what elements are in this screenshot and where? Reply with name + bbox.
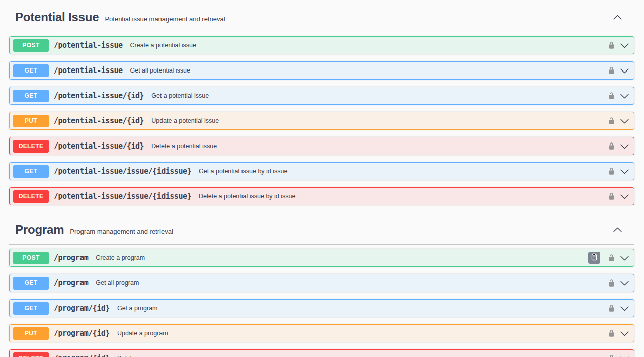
chevron-down-icon xyxy=(620,278,629,288)
operation-row[interactable]: GET /program Get all program xyxy=(9,274,634,292)
endpoint-path: /potential-issue/{id} xyxy=(54,116,144,125)
unlocked-padlock-icon xyxy=(608,141,615,151)
endpoint-path: /potential-issue/issue/{idissue} xyxy=(54,167,191,176)
expand-operation-button[interactable] xyxy=(620,41,629,50)
operation-row[interactable]: POST /program Create a program xyxy=(9,249,634,267)
operation-row[interactable]: GET /program/{id} Get a program xyxy=(9,299,634,317)
operation-row[interactable]: PUT /potential-issue/{id} Update a poten… xyxy=(9,112,634,130)
authorize-button[interactable] xyxy=(608,91,615,100)
endpoint-summary: Get a potential issue xyxy=(151,92,209,99)
expand-operation-button[interactable] xyxy=(620,354,629,357)
endpoint-path: /program/{id} xyxy=(54,354,110,357)
endpoint-summary: Delete a potential issue by id issue xyxy=(199,193,295,200)
operation-row[interactable]: GET /potential-issue Get all potential i… xyxy=(9,61,634,80)
endpoint-summary: Get a potential issue by id issue xyxy=(199,168,288,175)
chevron-down-icon xyxy=(620,304,629,313)
expand-operation-button[interactable] xyxy=(620,329,629,338)
section-description: Program management and retrieval xyxy=(70,228,173,235)
chevron-down-icon xyxy=(620,167,629,176)
unlocked-padlock-icon xyxy=(608,167,615,176)
expand-operation-button[interactable] xyxy=(620,141,629,151)
endpoint-summary: Get all program xyxy=(96,279,139,287)
copy-clipboard-button[interactable] xyxy=(588,252,600,264)
row-actions xyxy=(608,278,629,288)
unlocked-padlock-icon xyxy=(608,66,615,75)
operation-row[interactable]: DELETE /potential-issue/issue/{idissue} … xyxy=(9,187,634,205)
endpoint-path: /potential-issue xyxy=(54,66,123,75)
expand-operation-button[interactable] xyxy=(620,167,629,176)
authorize-button[interactable] xyxy=(608,278,615,288)
endpoint-summary: Create a program xyxy=(96,254,145,261)
expand-operation-button[interactable] xyxy=(620,66,629,76)
expand-operation-button[interactable] xyxy=(620,91,629,101)
chevron-down-icon xyxy=(620,66,629,76)
endpoint-path: /potential-issue/{id} xyxy=(54,141,144,151)
section-collapse-button[interactable] xyxy=(613,225,622,235)
endpoint-summary: Get a program xyxy=(117,305,158,312)
method-badge: PUT xyxy=(13,115,49,127)
authorize-button[interactable] xyxy=(608,253,615,262)
tag-section: Potential Issue Potential issue manageme… xyxy=(9,0,634,205)
chevron-down-icon xyxy=(620,91,629,101)
operation-row[interactable]: GET /potential-issue/issue/{idissue} Get… xyxy=(9,162,634,180)
section-collapse-button[interactable] xyxy=(613,12,622,22)
method-badge: DELETE xyxy=(13,140,49,153)
method-badge: DELETE xyxy=(13,352,49,357)
authorize-button[interactable] xyxy=(608,192,615,201)
endpoint-path: /potential-issue/issue/{idissue} xyxy=(54,192,191,201)
authorize-button[interactable] xyxy=(608,354,615,357)
chevron-up-icon xyxy=(613,13,622,22)
unlocked-padlock-icon xyxy=(608,41,615,50)
endpoint-summary: Delete a potential issue xyxy=(151,142,217,150)
endpoint-path: /potential-issue xyxy=(54,41,123,50)
authorize-button[interactable] xyxy=(608,41,615,50)
method-badge: PUT xyxy=(13,327,49,340)
authorize-button[interactable] xyxy=(608,66,615,75)
tag-section-header[interactable]: Program Program management and retrieval xyxy=(9,212,634,245)
unlocked-padlock-icon xyxy=(608,354,615,357)
method-badge: POST xyxy=(13,252,49,264)
authorize-button[interactable] xyxy=(608,329,615,338)
expand-operation-button[interactable] xyxy=(620,253,629,263)
tag-section: Program Program management and retrieval… xyxy=(9,212,634,357)
chevron-down-icon xyxy=(620,116,629,126)
authorize-button[interactable] xyxy=(608,116,615,125)
method-badge: POST xyxy=(13,39,49,52)
operation-row[interactable]: DELETE /potential-issue/{id} Delete a po… xyxy=(9,137,634,155)
row-actions xyxy=(608,167,629,176)
unlocked-padlock-icon xyxy=(608,192,615,201)
chevron-up-icon xyxy=(613,225,622,235)
method-badge: GET xyxy=(13,64,49,77)
expand-operation-button[interactable] xyxy=(620,278,629,288)
section-title: Potential Issue xyxy=(15,10,99,24)
clipboard-icon xyxy=(591,253,598,262)
chevron-down-icon xyxy=(620,41,629,50)
chevron-down-icon xyxy=(620,141,629,151)
chevron-down-icon xyxy=(620,253,629,263)
endpoint-path: /program xyxy=(54,253,88,262)
operation-row[interactable]: POST /potential-issue Create a potential… xyxy=(9,36,634,54)
unlocked-padlock-icon xyxy=(608,253,615,262)
method-badge: GET xyxy=(13,90,49,102)
operation-row[interactable]: GET /potential-issue/{id} Get a potentia… xyxy=(9,87,634,105)
tag-section-header[interactable]: Potential Issue Potential issue manageme… xyxy=(9,0,634,32)
endpoint-summary: Create a potential issue xyxy=(130,42,196,49)
expand-operation-button[interactable] xyxy=(620,116,629,126)
authorize-button[interactable] xyxy=(608,141,615,151)
operation-row[interactable]: DELETE /program/{id} Delete a program xyxy=(9,349,634,357)
authorize-button[interactable] xyxy=(608,167,615,176)
row-actions xyxy=(608,141,629,151)
operation-row[interactable]: PUT /program/{id} Update a program xyxy=(9,324,634,342)
row-actions xyxy=(608,329,629,338)
expand-operation-button[interactable] xyxy=(620,304,629,313)
chevron-down-icon xyxy=(620,192,629,201)
authorize-button[interactable] xyxy=(608,304,615,313)
endpoint-path: /program/{id} xyxy=(54,329,110,338)
method-badge: DELETE xyxy=(13,190,49,203)
endpoint-summary: Update a program xyxy=(117,330,168,337)
unlocked-padlock-icon xyxy=(608,278,615,288)
endpoint-path: /program xyxy=(54,278,88,288)
unlocked-padlock-icon xyxy=(608,116,615,125)
chevron-down-icon xyxy=(620,354,629,357)
expand-operation-button[interactable] xyxy=(620,192,629,201)
